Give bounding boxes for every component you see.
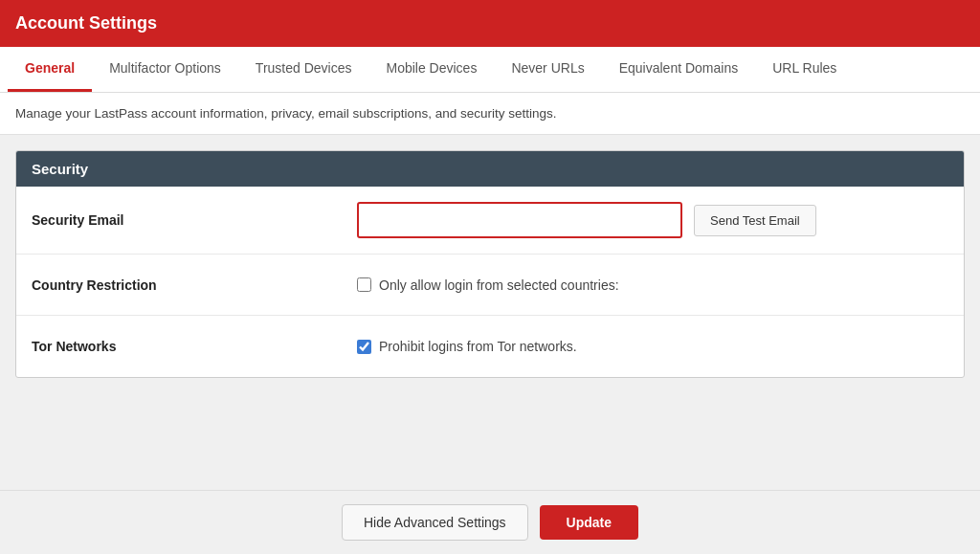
tor-networks-checkbox-label[interactable]: Prohibit logins from Tor networks. [357,339,577,354]
tor-networks-label: Tor Networks [32,339,357,354]
tab-mobile-devices[interactable]: Mobile Devices [368,47,494,92]
country-restriction-checkbox-label[interactable]: Only allow login from selected countries… [357,277,619,293]
security-email-label: Security Email [32,212,357,228]
security-email-row: Security Email Send Test Email [16,187,964,255]
tab-trusted-devices[interactable]: Trusted Devices [238,47,369,92]
tor-networks-control: Prohibit logins from Tor networks. [357,339,948,354]
tor-networks-checkbox[interactable] [357,340,371,354]
app-header: Account Settings [0,0,980,47]
tab-never-urls[interactable]: Never URLs [494,47,601,92]
security-section: Security Security Email Send Test Email … [15,150,965,378]
tor-networks-row: Tor Networks Prohibit logins from Tor ne… [16,316,964,377]
country-restriction-checkbox[interactable] [357,277,371,292]
security-email-control: Send Test Email [357,202,948,238]
update-button[interactable]: Update [540,505,638,540]
app-title: Account Settings [15,13,157,33]
tab-url-rules[interactable]: URL Rules [755,47,854,92]
tab-bar: General Multifactor Options Trusted Devi… [0,47,980,93]
send-test-email-button[interactable]: Send Test Email [694,205,816,236]
country-restriction-row: Country Restriction Only allow login fro… [16,255,964,316]
security-email-input[interactable] [357,202,682,238]
main-content: Security Security Email Send Test Email … [0,135,980,393]
footer: Hide Advanced Settings Update [0,490,980,554]
tab-equivalent-domains[interactable]: Equivalent Domains [602,47,756,92]
page-description: Manage your LastPass account information… [0,93,980,135]
tab-multifactor[interactable]: Multifactor Options [92,47,238,92]
hide-advanced-settings-button[interactable]: Hide Advanced Settings [342,504,528,541]
security-section-header: Security [16,151,964,187]
country-restriction-label: Country Restriction [32,277,357,293]
country-restriction-control: Only allow login from selected countries… [357,277,948,293]
tab-general[interactable]: General [8,47,92,92]
